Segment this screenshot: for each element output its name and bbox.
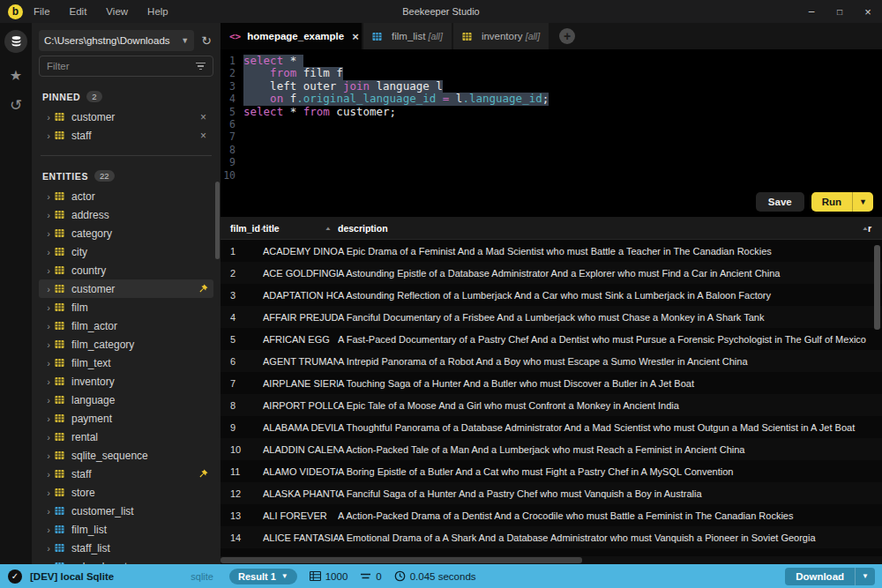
table-row[interactable]: 6 AGENT TRUMAN A Intrepid Panorama of a …: [220, 350, 882, 372]
minimize-button[interactable]: –: [797, 5, 826, 18]
favorites-icon[interactable]: ★: [10, 69, 22, 83]
refresh-icon[interactable]: ↻: [199, 33, 213, 48]
entity-item-film_list[interactable]: › film_list: [39, 520, 213, 539]
download-button[interactable]: Download ▼: [785, 568, 875, 585]
entity-item-film_actor[interactable]: › film_actor: [39, 316, 213, 335]
tab-homepage_example[interactable]: <> homepage_example ×: [220, 23, 362, 49]
unpin-close-icon[interactable]: ×: [197, 130, 210, 142]
chevron-right-icon[interactable]: ›: [42, 525, 55, 535]
run-button[interactable]: Run ▼: [811, 192, 873, 212]
entity-item-customer[interactable]: › customer: [39, 279, 213, 298]
history-icon[interactable]: ↺: [10, 99, 22, 113]
entity-item-film_category[interactable]: › film_category: [39, 335, 213, 354]
column-header-title[interactable]: title▲: [263, 223, 338, 234]
grid-horizontal-scrollbar[interactable]: [220, 556, 882, 564]
entity-item-city[interactable]: › city: [39, 242, 213, 261]
chevron-right-icon[interactable]: ›: [42, 265, 55, 276]
table-row[interactable]: 1 ACADEMY DINOSAUR A Epic Drama of a Fem…: [220, 240, 882, 262]
chevron-right-icon[interactable]: ›: [42, 321, 55, 331]
entity-item-staff_list[interactable]: › staff_list: [39, 539, 213, 557]
menu-file[interactable]: File: [34, 6, 50, 17]
chevron-right-icon[interactable]: ›: [42, 130, 55, 141]
sort-asc-icon: ▲: [325, 226, 332, 231]
sidebar-scrollbar[interactable]: [215, 182, 220, 259]
close-button[interactable]: ×: [854, 5, 882, 19]
entity-item-staff[interactable]: › staff: [39, 465, 213, 483]
chevron-right-icon[interactable]: ›: [42, 395, 55, 406]
sql-editor[interactable]: 1 select * 2 from film f 3 left outer jo…: [220, 49, 882, 217]
chevron-right-icon[interactable]: ›: [42, 191, 55, 202]
chevron-right-icon[interactable]: ›: [42, 228, 55, 239]
entity-item-rental[interactable]: › rental: [39, 428, 213, 446]
table-row[interactable]: 7 AIRPLANE SIERRA A Touching Saga of a H…: [220, 372, 882, 394]
database-icon[interactable]: [4, 30, 27, 53]
entity-item-customer_list[interactable]: › customer_list: [39, 502, 213, 520]
chevron-right-icon[interactable]: ›: [42, 339, 55, 350]
chevron-right-icon[interactable]: ›: [42, 413, 55, 424]
pinned-item-customer[interactable]: › customer ×: [39, 108, 213, 126]
scrollbar-thumb[interactable]: [220, 557, 582, 563]
chevron-right-icon[interactable]: ›: [42, 358, 55, 368]
chevron-right-icon[interactable]: ›: [42, 376, 55, 387]
pin-icon[interactable]: [198, 469, 208, 479]
chevron-right-icon[interactable]: ›: [42, 506, 55, 517]
chevron-right-icon[interactable]: ›: [42, 469, 55, 480]
entity-item-payment[interactable]: › payment: [39, 409, 213, 428]
table-row[interactable]: 3 ADAPTATION HOLES A Astounding Reflecti…: [220, 284, 882, 306]
entity-item-store[interactable]: › store: [39, 483, 213, 502]
entity-item-inventory[interactable]: › inventory: [39, 372, 213, 391]
chevron-right-icon[interactable]: ›: [42, 488, 55, 498]
unpin-close-icon[interactable]: ×: [197, 111, 210, 123]
pin-icon[interactable]: [198, 284, 208, 294]
chevron-right-icon[interactable]: ›: [42, 302, 55, 313]
grid-vertical-scrollbar[interactable]: [874, 245, 880, 330]
menu-edit[interactable]: Edit: [70, 6, 87, 17]
table-row[interactable]: 12 ALASKA PHANTOM A Fanciful Saga of a H…: [220, 482, 882, 504]
entity-item-address[interactable]: › address: [39, 205, 213, 224]
column-header-film-id[interactable]: film_id▲: [220, 223, 263, 234]
chevron-right-icon[interactable]: ›: [42, 450, 55, 461]
menu-view[interactable]: View: [106, 6, 128, 17]
run-dropdown-caret-icon[interactable]: ▼: [852, 192, 873, 212]
table-row[interactable]: 4 AFFAIR PREJUDICE A Fanciful Documentar…: [220, 306, 882, 328]
tab-film_list[interactable]: film_list [all]: [363, 23, 452, 49]
chevron-right-icon[interactable]: ›: [42, 543, 55, 554]
chevron-right-icon[interactable]: ›: [42, 284, 55, 294]
entity-item-category[interactable]: › category: [39, 224, 213, 242]
tab-close-icon[interactable]: ×: [352, 30, 359, 43]
entity-item-country[interactable]: › country: [39, 261, 213, 279]
table-row[interactable]: 11 ALAMO VIDEOTAPE A Boring Epistle of a…: [220, 460, 882, 482]
entities-label: ENTITIES: [42, 171, 88, 182]
pinned-item-staff[interactable]: › staff ×: [39, 126, 213, 145]
table-row[interactable]: 2 ACE GOLDFINGER A Astounding Epistle of…: [220, 262, 882, 284]
download-caret-icon[interactable]: ▼: [855, 568, 875, 585]
table-row[interactable]: 10 ALADDIN CALENDAR A Action-Packed Tale…: [220, 438, 882, 460]
chevron-right-icon[interactable]: ›: [42, 210, 55, 220]
connection-dropdown[interactable]: C:\Users\ghstng\Downloads ▼: [39, 30, 194, 51]
tab-inventory[interactable]: inventory [all]: [453, 23, 549, 49]
entity-item-sales_by_store[interactable]: › sales_by_store: [39, 557, 213, 564]
entity-item-film_text[interactable]: › film_text: [39, 354, 213, 372]
chevron-right-icon[interactable]: ›: [42, 432, 55, 443]
result-selector[interactable]: Result 1 ▼: [229, 569, 297, 584]
filter-input[interactable]: Filter: [39, 56, 213, 77]
run-button-label[interactable]: Run: [811, 192, 852, 212]
entity-item-sqlite_sequence[interactable]: › sqlite_sequence: [39, 446, 213, 465]
entity-item-actor[interactable]: › actor: [39, 187, 213, 205]
table-row[interactable]: 8 AIRPORT POLLOCK A Epic Tale of a Moose…: [220, 394, 882, 416]
table-row[interactable]: 15 ALIEN CENTER A Brilliant Drama of a C…: [220, 548, 882, 556]
maximize-button[interactable]: □: [826, 7, 854, 17]
chevron-right-icon[interactable]: ›: [42, 247, 55, 257]
menu-help[interactable]: Help: [147, 6, 168, 17]
table-row[interactable]: 9 ALABAMA DEVIL A Thoughtful Panorama of…: [220, 416, 882, 438]
table-row[interactable]: 5 AFRICAN EGG A Fast-Paced Documentary o…: [220, 328, 882, 350]
new-tab-button[interactable]: +: [559, 28, 575, 44]
table-row[interactable]: 14 ALICE FANTASIA A Emotional Drama of a…: [220, 526, 882, 548]
chevron-right-icon[interactable]: ›: [42, 112, 55, 123]
table-row[interactable]: 13 ALI FOREVER A Action-Packed Drama of …: [220, 504, 882, 526]
entity-item-film[interactable]: › film: [39, 298, 213, 316]
column-header-description[interactable]: description▲: [338, 223, 868, 234]
save-button[interactable]: Save: [756, 192, 804, 212]
column-header-partial[interactable]: r: [868, 223, 882, 234]
entity-item-language[interactable]: › language: [39, 391, 213, 409]
